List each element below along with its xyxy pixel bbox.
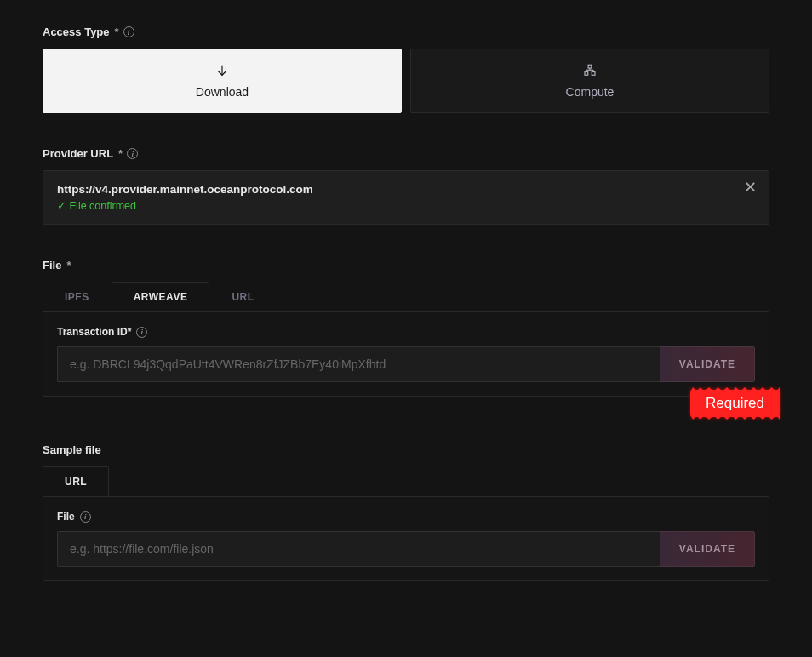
sample-file-label-text: File <box>57 511 75 523</box>
file-label: File* <box>43 259 769 271</box>
tab-arweave[interactable]: ARWEAVE <box>112 282 210 311</box>
tab-url[interactable]: URL <box>209 282 276 311</box>
file-panel: Transaction ID* i VALIDATE <box>43 311 769 397</box>
compute-icon <box>582 63 598 78</box>
provider-label: Provider URL* i <box>43 147 769 160</box>
info-icon[interactable]: i <box>127 148 138 159</box>
svg-rect-2 <box>585 72 588 76</box>
info-icon[interactable]: i <box>136 327 147 338</box>
transaction-id-input[interactable] <box>57 346 660 382</box>
file-tabs: IPFS ARWEAVE URL <box>43 282 769 311</box>
close-icon[interactable]: ✕ <box>744 180 757 195</box>
access-type-text: Access Type <box>43 26 110 38</box>
sample-panel: File i VALIDATE <box>43 496 769 581</box>
download-icon <box>214 63 230 78</box>
provider-url: https://v4.provider.mainnet.oceanprotoco… <box>57 183 755 196</box>
access-download-card[interactable]: Download <box>43 49 402 113</box>
access-type-label: Access Type* i <box>43 26 769 38</box>
transaction-input-row: VALIDATE <box>57 346 755 382</box>
sample-section: Sample file URL File i VALIDATE <box>43 443 769 581</box>
required-mark: * <box>115 26 119 38</box>
info-icon[interactable]: i <box>123 26 134 37</box>
tab-ipfs[interactable]: IPFS <box>43 282 112 311</box>
svg-rect-3 <box>592 72 595 76</box>
file-section: File* IPFS ARWEAVE URL Transaction ID* i… <box>43 259 769 397</box>
info-icon[interactable]: i <box>80 511 91 523</box>
access-type-section: Access Type* i Download Compute <box>43 26 769 113</box>
access-compute-card[interactable]: Compute <box>410 49 769 113</box>
sample-tabs: URL <box>43 466 769 496</box>
provider-section: Provider URL* i https://v4.provider.main… <box>43 147 769 225</box>
required-mark: * <box>118 147 123 160</box>
svg-rect-1 <box>588 65 592 68</box>
required-mark: * <box>66 259 71 271</box>
sample-label-text: Sample file <box>43 443 101 456</box>
validate-button[interactable]: VALIDATE <box>660 531 755 567</box>
validate-button[interactable]: VALIDATE <box>660 346 755 382</box>
file-label-text: File <box>43 259 61 271</box>
sample-input-row: VALIDATE <box>57 531 755 567</box>
access-type-options: Download Compute <box>43 49 769 113</box>
sample-label: Sample file <box>43 443 769 456</box>
required-badge: Required <box>690 390 780 417</box>
transaction-label-text: Transaction ID* <box>57 326 131 338</box>
provider-label-text: Provider URL <box>43 147 113 160</box>
compute-label: Compute <box>566 85 615 99</box>
transaction-id-label: Transaction ID* i <box>57 326 755 338</box>
tab-sample-url[interactable]: URL <box>43 466 109 496</box>
sample-file-input[interactable] <box>57 531 660 567</box>
sample-file-label: File i <box>57 511 755 523</box>
provider-status: ✓ File confirmed <box>57 199 755 212</box>
provider-box: https://v4.provider.mainnet.oceanprotoco… <box>43 170 769 225</box>
download-label: Download <box>196 85 249 99</box>
